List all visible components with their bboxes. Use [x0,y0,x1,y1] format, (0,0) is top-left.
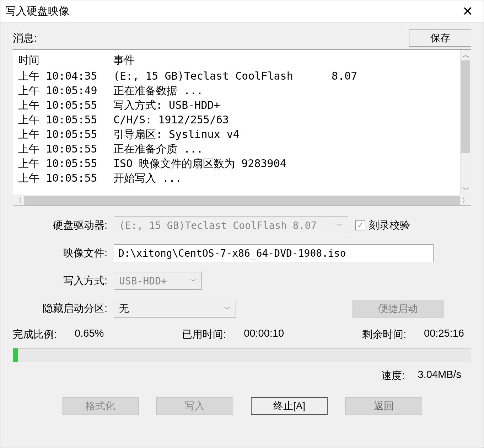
drive-label: 硬盘驱动器: [34,218,114,233]
scroll-thumb[interactable] [461,60,470,153]
chevron-down-icon: ﹀ [337,221,343,230]
drive-value: (E:, 15 GB)Teclast CoolFlash 8.07 [119,220,317,231]
log-event: 写入方式: USB-HDD+ [113,98,460,112]
verify-checkbox-wrap[interactable]: ✓ 刻录校验 [355,218,410,233]
progress-info: 完成比例: 0.65% 已用时间: 00:00:10 剩余时间: 00:25:1… [13,327,471,342]
message-header: 消息: 保存 [13,30,471,47]
titlebar: 写入硬盘映像 ✕ [0,0,484,22]
write-mode-value: USB-HDD+ [119,275,167,287]
log-event: 开始写入 ... [113,171,460,185]
log-time: 上午 10:05:55 [18,156,113,171]
log-time: 上午 10:05:55 [18,171,113,185]
log-header-event: 事件 [113,53,460,67]
log-time: 上午 10:05:55 [18,98,113,112]
log-event: C/H/S: 1912/255/63 [113,112,460,127]
speed-value: 3.04MB/s [418,369,462,383]
log-row: 上午 10:05:55ISO 映像文件的扇区数为 9283904 [18,156,460,171]
scroll-left-icon[interactable]: 〈 [13,195,24,206]
scroll-track[interactable] [461,60,471,184]
log-event: 引导扇区: Syslinux v4 [113,127,460,142]
remain-value: 00:25:16 [424,327,464,342]
log-row: 上午 10:05:49正在准备数据 ... [18,83,460,98]
log-panel: 时间 事件 上午 10:04:35(E:, 15 GB)Teclast Cool… [13,49,471,206]
log-time: 上午 10:04:35 [18,69,113,83]
scroll-right-icon[interactable]: 〉 [460,195,471,206]
verify-checkbox[interactable]: ✓ [355,220,365,230]
log-time: 上午 10:05:49 [18,83,113,98]
abort-button[interactable]: 终止[A] [251,397,328,415]
log-row: 上午 10:05:55正在准备介质 ... [18,142,460,156]
remain-label: 剩余时间: [362,327,406,342]
elapsed-value: 00:00:10 [244,327,284,342]
form-area: 硬盘驱动器: (E:, 15 GB)Teclast CoolFlash 8.07… [13,206,471,318]
log-time: 上午 10:05:55 [18,127,113,142]
chevron-down-icon: ﹀ [190,277,197,285]
vertical-scrollbar[interactable]: ︿ ﹀ [460,50,471,195]
format-button[interactable]: 格式化 [62,397,139,415]
log-event: 正在准备数据 ... [113,83,460,98]
hide-partition-value: 无 [119,302,129,315]
log-time: 上午 10:05:55 [18,112,113,127]
image-file-value: D:\xitong\CentOS-7-x86_64-DVD-1908.iso [118,247,346,259]
dialog-window: 写入硬盘映像 ✕ 消息: 保存 时间 事件 上午 10:04:35(E:, 15… [0,0,484,448]
elapsed-label: 已用时间: [182,327,226,342]
messages-label: 消息: [13,31,37,46]
log-content: 时间 事件 上午 10:04:35(E:, 15 GB)Teclast Cool… [13,50,460,195]
percent-value: 0.65% [75,327,104,342]
horizontal-scrollbar[interactable]: 〈 〉 [13,195,471,206]
log-event: (E:, 15 GB)Teclast CoolFlash 8.07 [113,69,460,83]
drive-dropdown[interactable]: (E:, 15 GB)Teclast CoolFlash 8.07 ﹀ [114,217,348,234]
window-title: 写入硬盘映像 [5,4,69,18]
content-area: 消息: 保存 时间 事件 上午 10:04:35(E:, 15 GB)Tecla… [0,22,484,415]
log-time: 上午 10:05:55 [18,142,113,156]
back-button[interactable]: 返回 [345,397,422,415]
log-event: 正在准备介质 ... [113,142,460,156]
scroll-up-icon[interactable]: ︿ [461,50,471,60]
progress-fill [13,348,18,362]
log-header-time: 时间 [18,53,113,67]
save-button[interactable]: 保存 [409,30,471,47]
button-row: 格式化 写入 终止[A] 返回 [13,397,471,415]
log-row: 上午 10:05:55引导扇区: Syslinux v4 [18,127,460,142]
image-file-input[interactable]: D:\xitong\CentOS-7-x86_64-DVD-1908.iso [114,244,434,262]
close-icon[interactable]: ✕ [459,4,477,19]
hide-partition-label: 隐藏启动分区: [34,302,114,316]
log-row: 上午 10:05:55写入方式: USB-HDD+ [18,98,460,112]
hscroll-track[interactable] [24,196,460,205]
speed-row: 速度: 3.04MB/s [13,369,471,383]
percent-label: 完成比例: [13,327,57,342]
log-row: 上午 10:04:35(E:, 15 GB)Teclast CoolFlash … [18,69,460,83]
write-mode-dropdown[interactable]: USB-HDD+ ﹀ [114,272,202,290]
verify-label: 刻录校验 [369,218,410,233]
chevron-down-icon: ﹀ [224,304,231,313]
scroll-down-icon[interactable]: ﹀ [461,184,471,195]
log-event: ISO 映像文件的扇区数为 9283904 [113,156,460,171]
quick-boot-button[interactable]: 便捷启动 [353,300,443,318]
image-label: 映像文件: [34,246,114,260]
hide-partition-dropdown[interactable]: 无 ﹀ [114,300,236,318]
write-mode-label: 写入方式: [34,274,114,288]
progress-bar [13,348,471,362]
speed-label: 速度: [381,369,405,383]
log-row: 上午 10:05:55开始写入 ... [18,171,460,185]
log-row: 上午 10:05:55C/H/S: 1912/255/63 [18,112,460,127]
write-button[interactable]: 写入 [156,397,233,415]
